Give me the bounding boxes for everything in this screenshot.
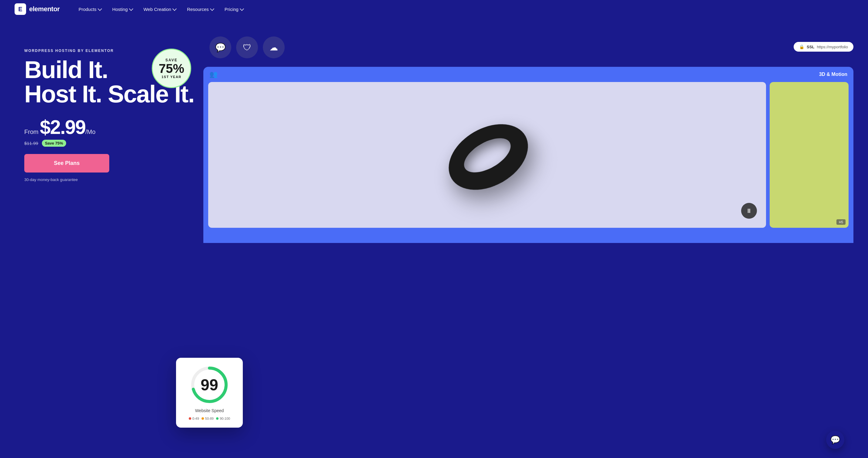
legend-label-high: 90-100: [220, 417, 230, 420]
save-circle-badge: SAVE 75% 1ST YEAR: [152, 49, 191, 88]
price-suffix: /Mo: [85, 128, 95, 135]
save-badge: Save 75%: [42, 140, 66, 147]
nav-item-resources[interactable]: Resources: [183, 4, 218, 14]
ssl-url: https://myportfolio: [817, 45, 848, 49]
chat-float-button[interactable]: 💬: [826, 431, 844, 449]
nav-item-web-creation[interactable]: Web Creation: [139, 4, 180, 14]
torus-container: [442, 109, 533, 200]
legend-dot-high: [216, 417, 219, 420]
legend-dot-mid: [202, 417, 204, 420]
save-year: 1ST YEAR: [161, 75, 182, 79]
nav-item-products[interactable]: Products: [74, 4, 105, 14]
chevron-down-icon: [98, 6, 102, 11]
headline-line1: Build It.: [24, 56, 108, 83]
lock-icon: 🔒: [799, 44, 804, 49]
logo[interactable]: E elementor: [14, 3, 60, 15]
content-card-3d: ⏸: [208, 82, 766, 228]
users-icon: 👥: [209, 70, 218, 78]
legend-label-low: 0-49: [192, 417, 199, 420]
nav-resources-label: Resources: [187, 7, 209, 12]
nav-item-hosting[interactable]: Hosting: [108, 4, 137, 14]
nav-item-pricing[interactable]: Pricing: [220, 4, 248, 14]
chevron-down-icon: [240, 6, 244, 11]
chevron-down-icon: [210, 6, 214, 11]
cloud-icon: ☁: [270, 42, 278, 53]
see-plans-button[interactable]: See Plans: [24, 154, 109, 173]
legend-item-low: 0-49: [189, 417, 199, 420]
hero-right: 💬 🛡 ☁ 🔒 SSL https://myportfolio 👥 3D & M…: [194, 36, 854, 458]
speed-label: Website Speed: [183, 408, 236, 413]
logo-letter: E: [18, 6, 22, 13]
chevron-down-icon: [129, 6, 133, 11]
speed-card: 99 Website Speed 0-49 50-89 90-100: [176, 358, 243, 428]
torus-shape: [440, 113, 543, 205]
legend-item-mid: 50-89: [202, 417, 214, 420]
pause-button[interactable]: ⏸: [741, 203, 757, 219]
speed-number: 99: [200, 377, 218, 393]
nav-webcreation-label: Web Creation: [144, 7, 171, 12]
speed-circle: 99: [190, 365, 229, 405]
nav-menu: Products Hosting Web Creation Resources …: [74, 4, 248, 14]
shield-icon: 🛡: [243, 42, 251, 53]
browser-content: ⏸ H5: [203, 82, 854, 228]
top-icons: 💬 🛡 ☁: [209, 36, 285, 58]
legend-label-mid: 50-89: [205, 417, 214, 420]
hero-pricing: From $2.99/Mo $11.99 Save 75%: [24, 116, 194, 147]
nav-pricing-label: Pricing: [225, 7, 239, 12]
cloud-icon-circle: ☁: [263, 36, 285, 58]
content-card-right: H5: [770, 82, 848, 228]
speed-legend: 0-49 50-89 90-100: [183, 417, 236, 420]
shield-icon-circle: 🛡: [236, 36, 258, 58]
money-back-guarantee: 30-day money-back guarantee: [24, 177, 194, 182]
navbar: E elementor Products Hosting Web Creatio…: [0, 0, 868, 18]
tab-label: 3D & Motion: [819, 72, 847, 77]
chat-float-icon: 💬: [830, 435, 840, 445]
legend-item-high: 90-100: [216, 417, 230, 420]
price-row2: $11.99 Save 75%: [24, 140, 194, 147]
nav-hosting-label: Hosting: [112, 7, 128, 12]
price-value: $2.99: [40, 116, 85, 138]
original-price: $11.99: [24, 141, 38, 146]
hero-left: WORDPRESS HOSTING BY ELEMENTOR Build It.…: [24, 36, 194, 458]
hero-section: WORDPRESS HOSTING BY ELEMENTOR Build It.…: [0, 18, 868, 458]
browser-card: 👥 3D & Motion ⏸ H5: [203, 67, 854, 243]
logo-text: elementor: [29, 5, 60, 13]
logo-icon: E: [14, 3, 26, 15]
browser-tabs: 👥 3D & Motion: [203, 67, 854, 82]
nav-products-label: Products: [79, 7, 96, 12]
chevron-down-icon: [173, 6, 177, 11]
from-label: From: [24, 128, 38, 135]
save-percent: 75%: [159, 62, 184, 75]
legend-dot-low: [189, 417, 191, 420]
ssl-bar: 🔒 SSL https://myportfolio: [794, 42, 854, 52]
ssl-label: SSL: [807, 45, 814, 49]
h5-badge: H5: [836, 219, 845, 225]
chat-icon: 💬: [215, 42, 226, 53]
chat-icon-circle: 💬: [209, 36, 231, 58]
